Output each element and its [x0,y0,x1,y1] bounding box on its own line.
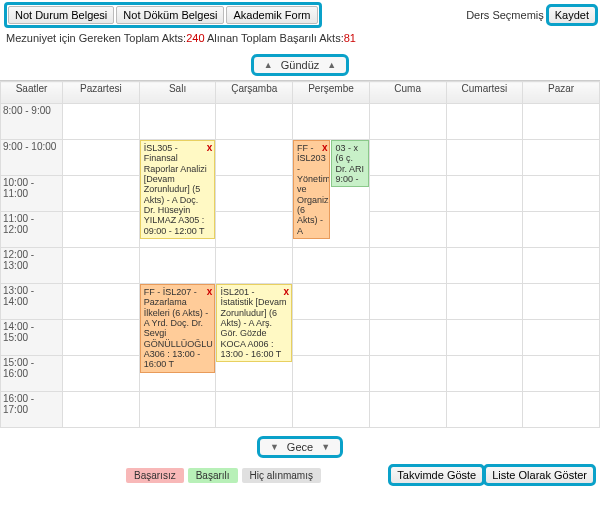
close-icon[interactable]: x [284,286,290,298]
schedule-table: Saatler Pazartesi Salı Çarşamba Perşembe… [0,80,600,428]
selection-status-label: Ders Seçmemiş [466,9,544,21]
course-text: FF - İSL203 - Yönetim ve Organiz (6 Akts… [297,143,330,236]
takvimde-goster-button[interactable]: Takvimde Göste [390,466,483,484]
hour-cell: 12:00 - 13:00 [1,248,63,284]
col-pazartesi: Pazartesi [63,82,140,104]
hour-cell: 16:00 - 17:00 [1,392,63,428]
course-text: 03 - x (6 ç. Dr. ARI 9:00 - [335,143,364,184]
close-icon[interactable]: x [322,142,328,154]
hour-cell: 15:00 - 16:00 [1,356,63,392]
gunduz-section-toggle[interactable]: ▲ Gündüz ▲ [251,54,349,76]
doc-buttons-group: Not Durum Belgesi Not Döküm Belgesi Akad… [4,2,322,28]
col-sali: Salı [139,82,216,104]
col-cumartesi: Cumartesi [446,82,523,104]
hour-cell: 8:00 - 9:00 [1,104,63,140]
not-durum-button[interactable]: Not Durum Belgesi [8,6,114,24]
close-icon[interactable]: x [207,142,213,154]
course-text: İSL305 - Finansal Raporlar Analizi [Deva… [144,143,207,236]
hour-cell: 13:00 - 14:00 [1,284,63,320]
legend-fail: Başarısız [126,468,184,483]
course-block-overlap[interactable]: 03 - x (6 ç. Dr. ARI 9:00 - [331,140,368,187]
hour-cell: 14:00 - 15:00 [1,320,63,356]
legend-pass: Başarılı [188,468,238,483]
course-text: FF - İSL207 - Pazarlama İlkeleri (6 Akts… [144,287,213,369]
course-block-isl207[interactable]: x FF - İSL207 - Pazarlama İlkeleri (6 Ak… [140,284,216,373]
course-block-isl201[interactable]: x İSL201 - İstatistik [Devam Zorunludur]… [216,284,292,362]
gece-section-toggle[interactable]: ▼ Gece ▼ [257,436,343,458]
hour-cell: 11:00 - 12:00 [1,212,63,248]
akademik-form-button[interactable]: Akademik Form [226,6,317,24]
triangle-down-icon: ▼ [321,442,330,452]
triangle-up-icon: ▲ [327,60,336,70]
col-saatler: Saatler [1,82,63,104]
course-block-isl305[interactable]: x İSL305 - Finansal Raporlar Analizi [De… [140,140,216,239]
liste-olarak-goster-button[interactable]: Liste Olarak Göster [485,466,594,484]
not-dokum-button[interactable]: Not Döküm Belgesi [116,6,224,24]
gece-label: Gece [287,441,313,453]
course-text: İSL201 - İstatistik [Devam Zorunludur] (… [220,287,286,359]
triangle-down-icon: ▼ [270,442,279,452]
akts-status: Mezuniyet için Gereken Toplam Akts:240 A… [0,30,600,46]
col-cuma: Cuma [369,82,446,104]
hour-cell: 9:00 - 10:00 [1,140,63,176]
col-persembe: Perşembe [293,82,370,104]
gunduz-label: Gündüz [281,59,320,71]
hour-cell: 10:00 - 11:00 [1,176,63,212]
course-block-isl203[interactable]: x FF - İSL203 - Yönetim ve Organiz (6 Ak… [293,140,330,239]
col-pazar: Pazar [523,82,600,104]
triangle-up-icon: ▲ [264,60,273,70]
col-carsamba: Çarşamba [216,82,293,104]
kaydet-button[interactable]: Kaydet [548,6,596,24]
legend: Başarısız Başarılı Hiç alınmamış [126,468,321,483]
close-icon[interactable]: x [207,286,213,298]
legend-none: Hiç alınmamış [242,468,321,483]
